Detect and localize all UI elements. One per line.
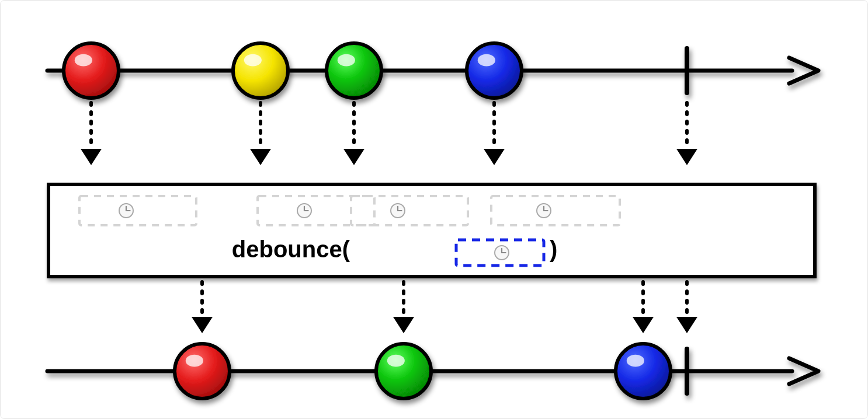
svg-point-7: [467, 43, 522, 98]
clock-icon: [495, 246, 509, 260]
clock-icon: [537, 204, 551, 218]
diagram-svg: debounce(): [1, 1, 868, 419]
svg-point-3: [233, 43, 288, 98]
drop-to-result: [192, 282, 213, 333]
svg-point-39: [616, 344, 671, 399]
source-marble-green: [327, 43, 381, 98]
svg-point-8: [478, 54, 495, 67]
svg-point-4: [244, 54, 262, 67]
result-marble-red: [175, 344, 230, 399]
drop-to-operator: [250, 103, 271, 165]
source-marble-blue: [467, 43, 522, 98]
svg-point-6: [338, 54, 355, 67]
svg-point-5: [327, 43, 381, 98]
clock-icon: [297, 204, 311, 218]
result-marble-blue: [616, 344, 671, 399]
drop-to-operator: [484, 103, 505, 165]
source-timeline: [47, 48, 818, 93]
svg-rect-14: [48, 184, 815, 277]
svg-point-37: [376, 344, 431, 399]
source-marble-red: [64, 43, 119, 98]
result-marble-green: [376, 344, 431, 399]
svg-point-35: [175, 344, 230, 399]
drop-to-operator: [343, 103, 364, 165]
operator-box: debounce(): [48, 184, 815, 277]
clock-icon: [391, 204, 405, 218]
drop-to-result: [393, 282, 414, 333]
drop-to-operator: [676, 103, 697, 165]
svg-point-36: [186, 355, 203, 367]
svg-point-2: [75, 54, 92, 67]
marble-diagram: debounce(): [0, 0, 868, 419]
svg-point-1: [64, 43, 119, 98]
operator-label-suffix: ): [550, 236, 557, 262]
drop-to-operator: [81, 103, 102, 165]
operator-label-prefix: debounce(: [232, 236, 350, 262]
svg-point-40: [627, 355, 644, 367]
drop-to-result: [633, 282, 654, 333]
source-marble-yellow: [233, 43, 288, 98]
svg-point-38: [387, 355, 405, 367]
drop-to-result: [676, 282, 697, 333]
clock-icon: [119, 204, 133, 218]
